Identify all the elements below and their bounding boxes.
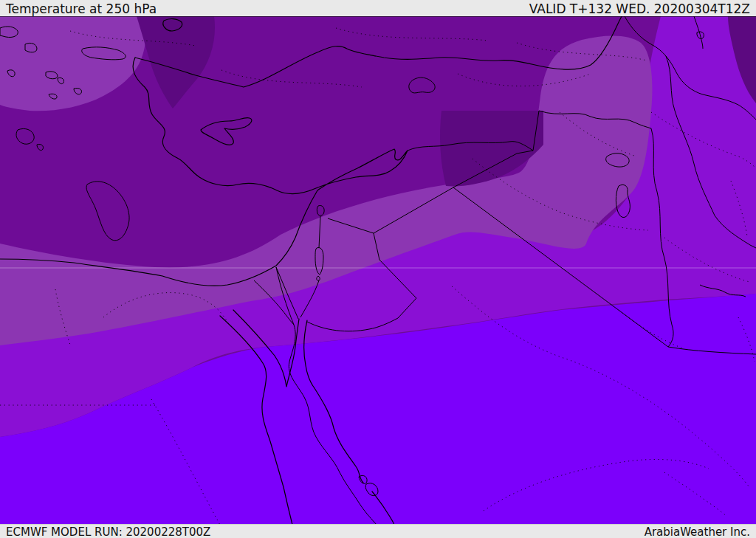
footer-bar: ECMWF MODEL RUN: 20200228T00Z ArabiaWeat… [0,524,756,538]
map-canvas [0,0,756,538]
header-bar: Temperature at 250 hPa VALID T+132 WED. … [0,0,756,16]
valid-time-label: VALID T+132 WED. 20200304T12Z [529,1,750,16]
map-title: Temperature at 250 hPa [6,1,157,16]
model-run-label: ECMWF MODEL RUN: 20200228T00Z [6,525,210,538]
map-frame-top [0,16,756,17]
weather-map-window: Temperature at 250 hPa VALID T+132 WED. … [0,0,756,538]
attribution-label: ArabiaWeather Inc. [645,525,750,538]
